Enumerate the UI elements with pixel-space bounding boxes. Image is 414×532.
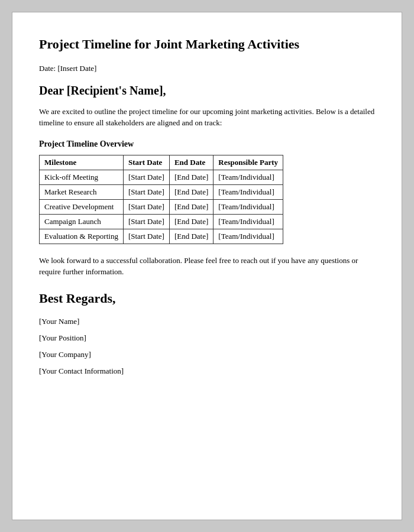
table-cell: [Team/Individual]: [214, 229, 283, 244]
signature-company: [Your Company]: [39, 350, 375, 359]
table-cell: Evaluation & Reporting: [40, 229, 124, 244]
timeline-table: Milestone Start Date End Date Responsibl…: [39, 155, 283, 244]
signature-contact: [Your Contact Information]: [39, 366, 375, 376]
table-cell: [Start Date]: [123, 229, 169, 244]
table-cell: [Start Date]: [123, 199, 169, 214]
table-cell: [End Date]: [169, 199, 213, 214]
document-page: Project Timeline for Joint Marketing Act…: [12, 12, 402, 520]
table-row: Evaluation & Reporting[Start Date][End D…: [40, 229, 283, 244]
section-title: Project Timeline Overview: [39, 140, 375, 149]
table-row: Market Research[Start Date][End Date][Te…: [40, 184, 283, 199]
table-cell: [Team/Individual]: [214, 214, 283, 229]
table-row: Campaign Launch[Start Date][End Date][Te…: [40, 214, 283, 229]
intro-paragraph: We are excited to outline the project ti…: [39, 106, 375, 129]
col-header-milestone: Milestone: [40, 155, 124, 170]
document-title: Project Timeline for Joint Marketing Act…: [39, 36, 375, 53]
table-cell: Market Research: [40, 184, 124, 199]
table-row: Kick-off Meeting[Start Date][End Date][T…: [40, 170, 283, 184]
col-header-end-date: End Date: [169, 155, 213, 170]
col-header-start-date: Start Date: [123, 155, 169, 170]
table-cell: [End Date]: [169, 229, 213, 244]
table-cell: Creative Development: [40, 199, 124, 214]
table-cell: [Start Date]: [123, 214, 169, 229]
table-cell: [End Date]: [169, 214, 213, 229]
table-row: Creative Development[Start Date][End Dat…: [40, 199, 283, 214]
table-cell: [End Date]: [169, 184, 213, 199]
signature-name: [Your Name]: [39, 317, 375, 326]
col-header-responsible: Responsible Party: [214, 155, 283, 170]
closing-paragraph: We look forward to a successful collabor…: [39, 255, 375, 278]
table-cell: [Team/Individual]: [214, 199, 283, 214]
table-cell: Kick-off Meeting: [40, 170, 124, 184]
table-cell: [Team/Individual]: [214, 184, 283, 199]
table-cell: [Team/Individual]: [214, 170, 283, 184]
table-cell: Campaign Launch: [40, 214, 124, 229]
table-cell: [Start Date]: [123, 184, 169, 199]
date-line: Date: [Insert Date]: [39, 64, 375, 73]
table-cell: [Start Date]: [123, 170, 169, 184]
table-cell: [End Date]: [169, 170, 213, 184]
table-header-row: Milestone Start Date End Date Responsibl…: [40, 155, 283, 170]
best-regards: Best Regards,: [39, 291, 375, 306]
salutation: Dear [Recipient's Name],: [39, 84, 375, 98]
signature-position: [Your Position]: [39, 333, 375, 343]
